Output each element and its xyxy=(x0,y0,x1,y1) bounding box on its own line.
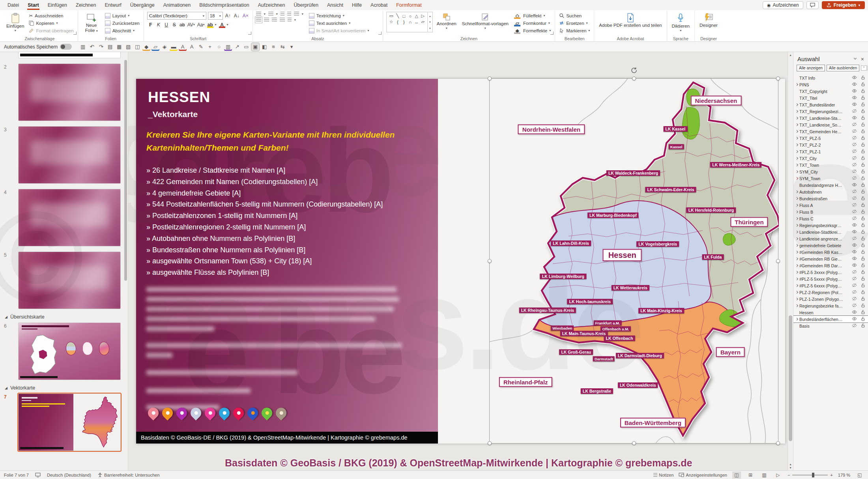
highlighter-icon[interactable]: ▬ xyxy=(170,43,178,51)
underline-button[interactable]: U xyxy=(163,21,170,28)
visibility-off-icon[interactable] xyxy=(852,209,857,215)
cut-button[interactable]: ✂Ausschneiden xyxy=(28,12,74,19)
unlock-icon[interactable] xyxy=(861,289,865,295)
visibility-off-icon[interactable] xyxy=(852,196,857,201)
visibility-off-icon[interactable] xyxy=(852,216,857,222)
layer-row[interactable]: gemeindefreie Gebiete xyxy=(793,242,868,249)
align-text-button[interactable]: Text ausrichten▾ xyxy=(308,19,370,27)
layer-row[interactable]: Regierungsbezirksgrenzen xyxy=(793,222,868,229)
unlock-icon[interactable] xyxy=(861,283,865,289)
font-color-button[interactable]: A xyxy=(218,21,226,28)
shape-icon-7[interactable]: { xyxy=(395,19,401,25)
section-header-vector[interactable]: ◢Vektorkarte xyxy=(5,385,128,391)
expand-chevron-icon[interactable] xyxy=(795,291,798,294)
expand-chevron-icon[interactable] xyxy=(795,278,798,280)
bold-button[interactable]: F xyxy=(147,21,154,28)
layer-row[interactable]: Regierungsbezirke farbig xyxy=(793,302,868,309)
group-objects-icon[interactable]: ◧ xyxy=(260,43,268,51)
decrease-font-button[interactable]: A↓ xyxy=(233,12,240,20)
expand-chevron-icon[interactable] xyxy=(795,117,798,119)
align-justify-icon[interactable] xyxy=(280,18,285,22)
selection-pane-icon[interactable]: ▣ xyxy=(251,43,259,51)
layer-row[interactable]: TXT_PLZ-5 xyxy=(793,135,868,142)
layer-row[interactable]: TXT_Landkreise_Sonstige xyxy=(793,121,868,128)
layer-row[interactable]: #PLZ-5 5xxxx (Polygone) xyxy=(793,276,868,282)
expand-chevron-icon[interactable] xyxy=(795,298,798,300)
accessibility-status[interactable]: Barrierefreiheit: Untersuchen xyxy=(97,472,160,477)
unlock-icon[interactable] xyxy=(861,216,865,222)
menu-tab-formformat[interactable]: Formformat xyxy=(392,1,426,10)
visibility-on-icon[interactable] xyxy=(852,115,857,121)
selection-handle-s[interactable] xyxy=(632,441,636,445)
menu-tab-hilfe[interactable]: Hilfe xyxy=(348,1,366,10)
visibility-off-icon[interactable] xyxy=(852,236,857,242)
layer-row[interactable]: Autobahnen xyxy=(793,188,868,195)
selection-handle-se[interactable] xyxy=(776,441,780,445)
unlock-icon[interactable] xyxy=(861,202,865,208)
drawing-dialog-launcher[interactable] xyxy=(550,32,554,35)
unlock-icon[interactable] xyxy=(861,149,865,155)
visibility-off-icon[interactable] xyxy=(852,169,857,175)
layer-row[interactable]: Bundesstraßen xyxy=(793,195,868,202)
find-button[interactable]: Suchen xyxy=(558,12,591,19)
unlock-icon[interactable] xyxy=(861,102,865,108)
shape-gallery-scroll[interactable]: ▴▾▾ xyxy=(427,12,432,32)
section-header-overview[interactable]: ◢Übersichtskarte xyxy=(5,314,128,320)
unlock-icon[interactable] xyxy=(861,263,865,268)
layer-row[interactable]: TXT_Titel xyxy=(793,95,868,101)
shape-icon-8[interactable]: } xyxy=(401,19,407,25)
shape-icon-5[interactable]: ▷ xyxy=(420,13,426,19)
unlock-icon[interactable] xyxy=(861,75,865,81)
unlock-icon[interactable] xyxy=(861,115,865,121)
expand-chevron-icon[interactable] xyxy=(795,231,798,233)
expand-chevron-icon[interactable] xyxy=(795,170,798,173)
unlock-icon[interactable] xyxy=(861,276,865,282)
canvas-vertical-scrollbar[interactable]: ▴ ▴▾ xyxy=(788,52,793,470)
strikethrough-button[interactable]: S xyxy=(171,21,178,28)
move-up-button[interactable]: ⌃ xyxy=(861,65,867,71)
unlock-icon[interactable] xyxy=(861,222,865,228)
shape-icon-6[interactable]: ☆ xyxy=(388,19,395,25)
font-size-select[interactable]: 18▾ xyxy=(208,12,223,20)
paste-button[interactable]: Einfügen▾ xyxy=(5,12,26,33)
pasteboard-copyright-text[interactable]: Basisdaten © GeoBasis / BKG (2019) & Ope… xyxy=(225,457,643,469)
visibility-off-icon[interactable] xyxy=(852,135,857,141)
thumbnail-scrollbar[interactable] xyxy=(124,60,127,281)
bullets-icon[interactable] xyxy=(256,12,261,16)
expand-chevron-icon[interactable] xyxy=(795,204,798,207)
expand-chevron-icon[interactable] xyxy=(795,177,798,180)
fit-to-window-button[interactable]: ◱ xyxy=(855,472,864,479)
expand-chevron-icon[interactable] xyxy=(795,197,798,200)
display-settings-button[interactable]: Anzeigeeinstellungen xyxy=(679,473,727,477)
visibility-on-icon[interactable] xyxy=(852,82,857,88)
clear-formatting-button[interactable]: A× xyxy=(242,12,249,20)
reading-view-button[interactable]: ▥ xyxy=(760,472,769,479)
unlock-icon[interactable] xyxy=(861,323,865,329)
hide-all-button[interactable]: Alle ausblenden xyxy=(827,65,859,71)
layer-row[interactable]: Hessen xyxy=(793,309,868,316)
layout-button[interactable]: Layout▾ xyxy=(104,12,140,19)
copy-button[interactable]: Kopieren▾ xyxy=(28,19,74,27)
expand-chevron-icon[interactable] xyxy=(795,284,798,287)
slide-4-thumbnail[interactable] xyxy=(18,189,121,246)
unlock-icon[interactable] xyxy=(861,303,865,309)
visibility-off-icon[interactable] xyxy=(852,129,857,134)
close-icon[interactable]: × xyxy=(861,57,864,61)
rotate-handle[interactable] xyxy=(630,67,638,75)
redo-icon[interactable]: ↷ xyxy=(97,43,105,51)
visibility-on-icon[interactable] xyxy=(852,182,857,188)
normal-view-button[interactable]: ◫ xyxy=(732,472,741,479)
layer-row[interactable]: #Gemeinden RB Gießen (Poly... xyxy=(793,255,868,262)
align-center-icon[interactable] xyxy=(264,18,269,22)
slide-7-thumbnail[interactable] xyxy=(18,393,121,451)
italic-button[interactable]: K xyxy=(155,21,162,28)
shape-gallery[interactable]: ▭╲□○△▷☆{}∩↔▱ ▴▾▾ xyxy=(386,12,433,32)
menu-tab-zeichnen[interactable]: Zeichnen xyxy=(71,1,100,10)
select-button[interactable]: Markieren▾ xyxy=(558,27,591,34)
expand-chevron-icon[interactable] xyxy=(795,130,798,133)
visibility-on-icon[interactable] xyxy=(852,95,857,101)
visibility-off-icon[interactable] xyxy=(852,276,857,282)
language-indicator[interactable]: Deutsch (Deutschland) xyxy=(47,473,91,477)
slideshow-button[interactable]: ▷ xyxy=(774,472,782,479)
shape-effects-button[interactable]: ◈Formeffekte▾ xyxy=(513,27,552,34)
